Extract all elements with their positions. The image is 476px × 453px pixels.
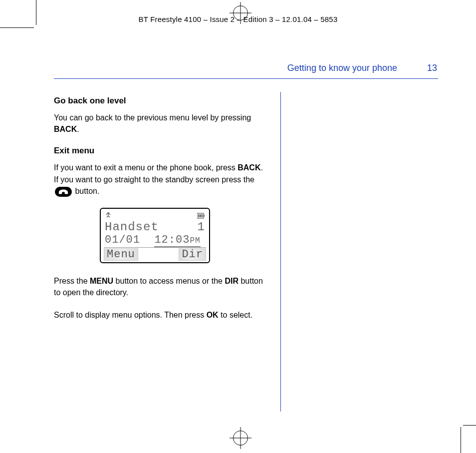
document-header: BT Freestyle 4100 – Issue 2 – Edition 3 … bbox=[55, 15, 421, 23]
lcd-ampm: PM bbox=[190, 236, 200, 245]
lcd-date: 01/01 bbox=[105, 234, 140, 246]
heading-go-back: Go back one level bbox=[54, 96, 263, 106]
svg-rect-2 bbox=[198, 214, 200, 217]
key-label: OK bbox=[207, 311, 219, 319]
svg-rect-4 bbox=[202, 214, 203, 217]
lcd-handset-number: 1 bbox=[198, 220, 205, 234]
text: button. bbox=[75, 187, 99, 195]
lcd-softkey-left: Menu bbox=[104, 248, 138, 261]
text: to select. bbox=[219, 311, 252, 319]
registration-mark-icon bbox=[230, 427, 251, 449]
lcd-softkey-right: Dir bbox=[179, 248, 206, 261]
hangup-icon bbox=[55, 187, 72, 197]
text: button to access menus or the bbox=[113, 277, 225, 285]
phone-lcd-illustration: Handset 1 01/01 12:03PM Menu Dir bbox=[100, 208, 210, 263]
svg-rect-1 bbox=[204, 215, 205, 217]
paragraph: Scroll to display menu options. Then pre… bbox=[54, 309, 263, 321]
lcd-time: 12:03 bbox=[154, 234, 190, 246]
heading-exit-menu: Exit menu bbox=[54, 146, 263, 156]
section-title: Getting to know your phone bbox=[287, 63, 397, 73]
paragraph: If you want to exit a menu or the phone … bbox=[54, 162, 263, 197]
crop-mark bbox=[0, 27, 34, 28]
svg-rect-3 bbox=[200, 214, 201, 217]
text: . bbox=[77, 125, 79, 133]
key-label: BACK bbox=[54, 125, 77, 133]
key-label: MENU bbox=[90, 277, 113, 285]
key-label: DIR bbox=[225, 277, 238, 285]
signal-icon bbox=[105, 212, 112, 219]
crop-mark bbox=[36, 0, 36, 25]
paragraph: Press the MENU button to access menus or… bbox=[54, 275, 263, 298]
crop-mark bbox=[463, 425, 476, 426]
crop-mark bbox=[461, 427, 461, 453]
battery-icon bbox=[197, 213, 205, 219]
divider bbox=[54, 78, 438, 79]
column-divider bbox=[280, 92, 281, 412]
key-label: BACK bbox=[238, 163, 260, 172]
text: Press the bbox=[54, 277, 90, 285]
paragraph: You can go back to the previous menu lev… bbox=[54, 112, 263, 135]
page-number: 13 bbox=[422, 63, 437, 73]
text: Scroll to display menu options. Then pre… bbox=[54, 311, 207, 319]
text: If you want to exit a menu or the phone … bbox=[54, 163, 238, 172]
lcd-handset-label: Handset bbox=[105, 220, 159, 234]
text: You can go back to the previous menu lev… bbox=[54, 113, 251, 122]
